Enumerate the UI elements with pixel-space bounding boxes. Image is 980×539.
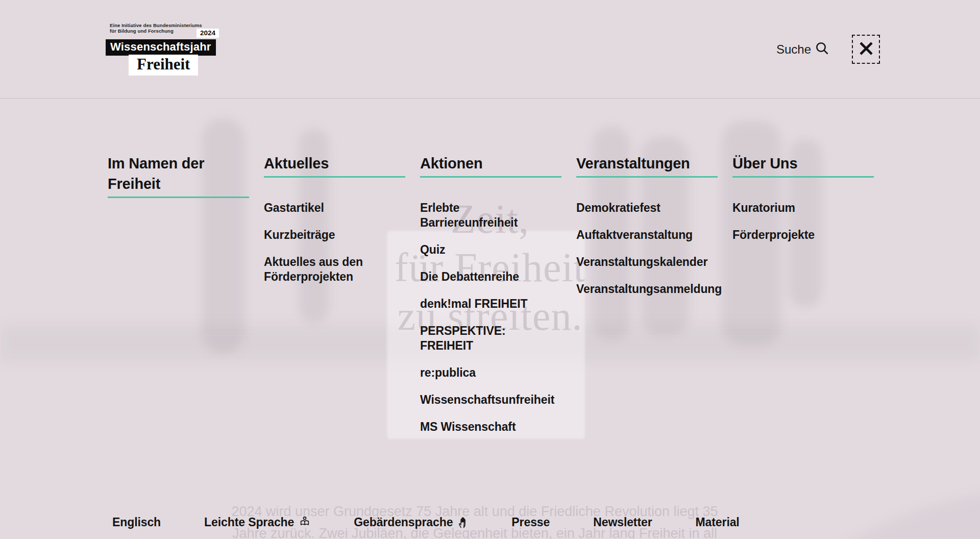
- nav-link-veranstaltungskalender[interactable]: Veranstaltungskalender: [576, 255, 704, 270]
- list-item: denk!mal FREIHEIT: [420, 297, 561, 311]
- nav-link-wissenschaftsunfreiheit[interactable]: Wissenschaftsunfreiheit: [420, 393, 548, 407]
- nav-link-ueber-uns[interactable]: Über Uns: [732, 153, 874, 178]
- nav-link-demokratiefest[interactable]: Demokratiefest: [576, 201, 660, 215]
- footer-link-presse[interactable]: Presse: [511, 516, 550, 529]
- nav-link-quiz[interactable]: Quiz: [420, 242, 445, 257]
- nav-link-ms-wissenschaft[interactable]: MS Wissenschaft: [420, 420, 516, 434]
- list-item: PERSPEKTIVE: FREIHEIT: [420, 324, 561, 353]
- nav-link-aktuelles[interactable]: Aktuelles: [264, 153, 405, 178]
- list-item: Die Debattenreihe: [420, 270, 561, 284]
- list-item: Demokratiefest: [576, 201, 718, 215]
- list-item: MS Wissenschaft: [420, 420, 561, 434]
- menu-column-ueber-uns: Über Uns Kuratorium Förderprojekte: [732, 153, 874, 447]
- menu-overlay: Zeit, für Freiheit zu streiten. 2024 wir…: [0, 0, 980, 539]
- close-menu-button[interactable]: [852, 35, 880, 64]
- search-button[interactable]: Suche: [776, 41, 829, 57]
- list-item: Wissenschaftsunfreiheit: [420, 393, 561, 407]
- nav-link-gastartikel[interactable]: Gastartikel: [264, 201, 324, 215]
- search-icon: [815, 41, 829, 57]
- nav-link-auftaktveranstaltung[interactable]: Auftaktveranstaltung: [576, 228, 693, 242]
- header-divider: [0, 98, 980, 99]
- list-item: Auftaktveranstaltung: [576, 228, 718, 242]
- nav-link-denkmal-freiheit[interactable]: denk!mal FREIHEIT: [420, 297, 527, 311]
- list-item: re:publica: [420, 365, 561, 380]
- footer-link-newsletter[interactable]: Newsletter: [593, 516, 652, 529]
- nav-link-aktuelles-foerderprojekte[interactable]: Aktuelles aus den Förderprojekten: [264, 255, 391, 284]
- list-item: Kurzbeiträge: [264, 228, 405, 242]
- nav-link-perspektive-freiheit[interactable]: PERSPEKTIVE: FREIHEIT: [420, 324, 548, 353]
- list-item: Aktuelles aus den Förderprojekten: [264, 255, 405, 284]
- nav-link-kurzbeitraege[interactable]: Kurzbeiträge: [264, 228, 335, 242]
- nav-link-republica[interactable]: re:publica: [420, 365, 476, 380]
- footer-link-leichte-sprache[interactable]: Leichte Sprache: [204, 516, 310, 529]
- nav-link-veranstaltungsanmeldung[interactable]: Veranstaltungsanmeldung: [576, 282, 704, 297]
- footer-link-gebaerdensprache[interactable]: Gebärdensprache: [354, 516, 468, 529]
- nav-link-aktionen[interactable]: Aktionen: [420, 153, 561, 178]
- logo-title: Wissenschaftsjahr: [106, 39, 216, 56]
- logo-year-badge: 2024: [197, 29, 219, 38]
- logo-initiative-text: Eine Initiative des Bundesministeriums f…: [110, 22, 202, 34]
- close-icon: [859, 41, 874, 58]
- list-item: Veranstaltungsanmeldung: [576, 282, 718, 297]
- list-item: Kuratorium: [732, 201, 874, 215]
- nav-link-veranstaltungen[interactable]: Veranstaltungen: [576, 153, 718, 178]
- footer-link-englisch[interactable]: Englisch: [112, 516, 161, 529]
- main-navigation: Im Namen der Freiheit Aktuelles Gastarti…: [108, 153, 874, 447]
- list-item: Erlebte Barriereunfreiheit: [420, 201, 561, 230]
- list-item: Gastartikel: [264, 201, 405, 215]
- easy-language-icon: [299, 516, 310, 528]
- nav-link-foerderprojekte[interactable]: Förderprojekte: [732, 228, 815, 242]
- search-label: Suche: [776, 42, 811, 57]
- nav-link-kuratorium[interactable]: Kuratorium: [732, 201, 795, 215]
- menu-column-im-namen-der-freiheit: Im Namen der Freiheit: [108, 153, 249, 447]
- list-item: Quiz: [420, 242, 561, 257]
- meta-navigation: Englisch Leichte Sprache Gebärdensprache: [112, 512, 740, 532]
- nav-link-im-namen-der-freiheit[interactable]: Im Namen der Freiheit: [108, 153, 249, 198]
- menu-column-aktuelles: Aktuelles Gastartikel Kurzbeiträge Aktue…: [264, 153, 405, 447]
- list-item: Veranstaltungskalender: [576, 255, 718, 270]
- menu-column-veranstaltungen: Veranstaltungen Demokratiefest Auftaktve…: [576, 153, 718, 447]
- sign-language-icon: [458, 516, 468, 528]
- list-item: Förderprojekte: [732, 228, 874, 242]
- logo-subtitle: Freiheit: [129, 55, 198, 76]
- nav-link-debattenreihe[interactable]: Die Debattenreihe: [420, 270, 519, 284]
- nav-link-erlebte-barriereunfreiheit[interactable]: Erlebte Barriereunfreiheit: [420, 201, 548, 230]
- menu-column-aktionen: Aktionen Erlebte Barriereunfreiheit Quiz…: [420, 153, 561, 447]
- footer-link-material[interactable]: Material: [696, 516, 740, 529]
